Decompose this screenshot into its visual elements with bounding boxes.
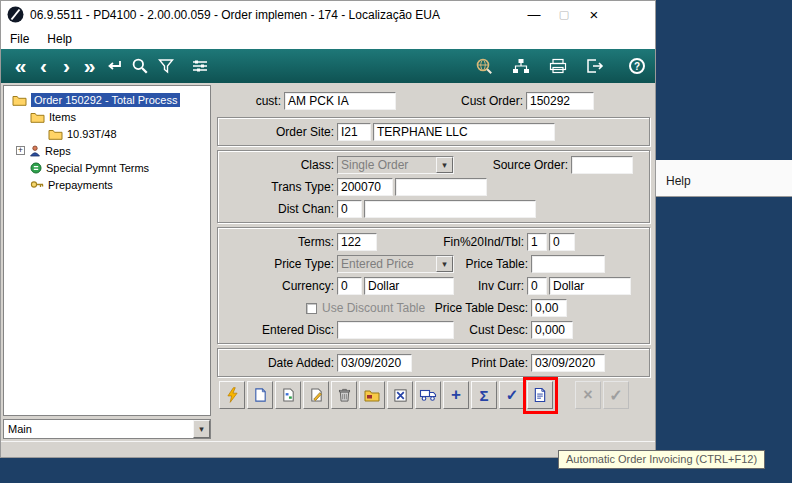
menu-help[interactable]: Help [38, 28, 81, 49]
documents-folder-button[interactable] [359, 381, 385, 409]
fin-ind-field-1[interactable]: 1 [527, 233, 547, 251]
next-record-icon[interactable]: › [55, 51, 78, 81]
inv-curr-name-field[interactable]: Dollar [549, 277, 631, 295]
folder-icon [30, 111, 45, 123]
titlebar: 06.9.5511 - PD4100 - 2.00.00.059 - Order… [1, 1, 655, 28]
trans-type-desc-field[interactable] [395, 178, 487, 196]
cust-desc-field[interactable]: 0,000 [531, 321, 573, 339]
shipping-button[interactable] [415, 381, 441, 409]
terms-label: Terms: [224, 235, 334, 249]
options-sliders-icon[interactable] [187, 58, 213, 74]
cust-field[interactable]: AM PCK IA [284, 92, 396, 110]
order-site-code-field[interactable]: I21 [337, 123, 371, 141]
delete-record-button[interactable] [331, 381, 357, 409]
cust-order-field[interactable]: 150292 [526, 92, 594, 110]
dist-chan-desc-field[interactable] [364, 200, 536, 218]
inv-curr-label: Inv Curr: [478, 279, 524, 293]
previous-record-icon[interactable]: ‹ [32, 51, 55, 81]
filter-icon[interactable] [153, 58, 179, 74]
exit-icon[interactable] [582, 58, 608, 74]
tree-item-line[interactable]: 10.93T/48 [4, 125, 210, 142]
window-title: 06.9.5511 - PD4100 - 2.00.00.059 - Order… [30, 8, 440, 22]
close-button[interactable]: × [579, 4, 609, 26]
entered-disc-field[interactable] [337, 321, 454, 339]
price-table-label: Price Table: [466, 257, 528, 271]
print-date-label: Print Date: [471, 356, 528, 370]
tree-item-label[interactable]: Prepayments [48, 179, 113, 191]
cancel-order-button[interactable] [387, 381, 413, 409]
action-toolbar: + Σ ✓ × ✓ [217, 381, 650, 409]
price-table-desc-field[interactable]: 0,00 [531, 299, 567, 317]
tree-item-label[interactable]: Special Pymnt Terms [46, 162, 149, 174]
mode-dropdown-value: Main [4, 420, 193, 438]
dist-chan-label: Dist Chan: [224, 202, 334, 216]
totals-button[interactable]: Σ [471, 381, 497, 409]
order-site-name-field[interactable]: TERPHANE LLC [373, 123, 555, 141]
edit-document-icon [309, 387, 324, 403]
app-logo-icon [7, 6, 24, 23]
tree-item-items[interactable]: Items [4, 108, 210, 125]
new-record-button[interactable] [247, 381, 273, 409]
tree-item-order[interactable]: Order 150292 - Total Process [4, 91, 210, 108]
price-table-desc-label: Price Table Desc: [435, 301, 528, 315]
expand-icon[interactable]: + [16, 146, 25, 155]
tree-item-label[interactable]: Reps [45, 145, 71, 157]
confirm-button[interactable]: ✓ [499, 381, 525, 409]
tree-item-prepayments[interactable]: Prepayments [4, 176, 210, 193]
trans-type-field[interactable]: 200070 [337, 178, 393, 196]
minimize-button[interactable]: — [519, 4, 549, 26]
browse-lookup-icon[interactable] [471, 57, 497, 75]
source-order-field[interactable] [571, 156, 633, 174]
menu-file[interactable]: File [1, 28, 38, 49]
mode-dropdown[interactable]: Main ▾ [3, 419, 211, 439]
price-table-field[interactable] [531, 255, 605, 273]
tree-item-reps[interactable]: + Reps [4, 142, 210, 159]
terms-field[interactable]: 122 [337, 233, 377, 251]
check-icon: ✓ [506, 386, 519, 404]
terms-groupbox: Terms: 122 Fin%20Ind/Tbl: 1 0 Price Type… [217, 227, 650, 344]
use-discount-table-checkbox [306, 303, 317, 314]
run-button[interactable] [219, 381, 245, 409]
content-area: Order 150292 - Total Process Items 10.93… [1, 83, 655, 441]
currency-code-field[interactable]: 0 [337, 277, 362, 295]
person-icon [29, 145, 41, 157]
auto-invoice-button[interactable] [527, 381, 553, 409]
date-added-label: Date Added: [224, 356, 334, 370]
currency-name-field[interactable]: Dollar [364, 277, 454, 295]
ok-disabled-button: ✓ [603, 381, 629, 409]
edit-record-button[interactable] [303, 381, 329, 409]
dates-groupbox: Date Added: 03/09/2020 Print Date: 03/09… [217, 348, 650, 377]
trash-icon [337, 387, 352, 403]
first-record-icon[interactable]: « [9, 51, 32, 81]
dist-chan-field[interactable]: 0 [337, 200, 362, 218]
help-icon[interactable]: ? [629, 58, 645, 74]
date-added-field[interactable]: 03/09/2020 [337, 354, 412, 372]
tree-item-label[interactable]: Items [49, 111, 76, 123]
session-tree-icon[interactable] [508, 58, 534, 74]
fin-ind-field-2[interactable]: 0 [549, 233, 575, 251]
last-record-icon[interactable]: » [78, 51, 101, 81]
copy-record-button[interactable] [275, 381, 301, 409]
tree-item-label[interactable]: 10.93T/48 [67, 128, 117, 140]
chevron-down-icon[interactable]: ▾ [193, 420, 210, 438]
sigma-icon: Σ [479, 387, 488, 404]
cust-label: cust: [217, 94, 281, 108]
tree-item-special-pymnt[interactable]: Special Pymnt Terms [4, 159, 210, 176]
order-form: cust: AM PCK IA Cust Order: 150292 Order… [213, 83, 655, 441]
price-type-dropdown: Entered Price ▾ [337, 255, 454, 273]
search-icon[interactable] [127, 57, 153, 75]
print-icon[interactable] [545, 58, 571, 74]
class-dropdown: Single Order ▾ [337, 156, 454, 174]
chevron-down-icon: ▾ [436, 256, 453, 272]
fin-ind-label: Fin%20Ind/Tbl: [443, 235, 524, 249]
tree-item-label[interactable]: Order 150292 - Total Process [31, 93, 180, 107]
x-box-icon [393, 388, 408, 403]
enter-icon[interactable] [101, 58, 127, 74]
inv-curr-code-field[interactable]: 0 [527, 277, 547, 295]
invoice-document-icon [533, 387, 547, 403]
cancel-disabled-button: × [575, 381, 601, 409]
add-line-button[interactable]: + [443, 381, 469, 409]
maximize-button: ▢ [549, 4, 579, 26]
print-date-field[interactable]: 03/09/2020 [531, 354, 605, 372]
background-help-menu-item[interactable]: Help [656, 174, 691, 196]
